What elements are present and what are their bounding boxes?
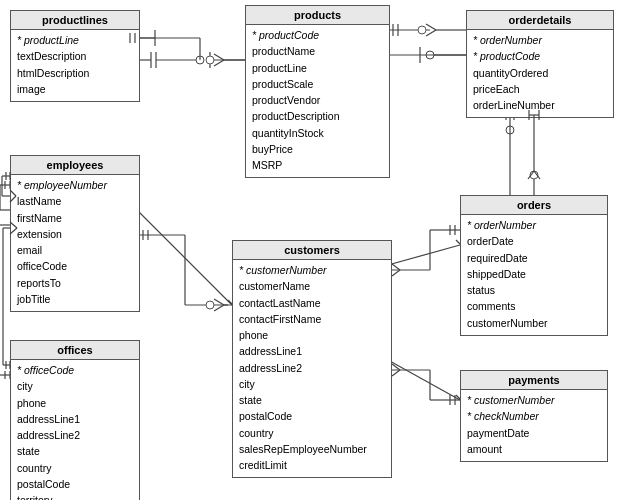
svg-line-95 xyxy=(392,370,400,376)
svg-line-102 xyxy=(534,171,540,179)
field-offices-state: state xyxy=(17,443,133,459)
field-customers-creditLimit: creditLimit xyxy=(239,457,385,473)
field-employees-email: email xyxy=(17,242,133,258)
svg-line-79 xyxy=(214,299,224,305)
field-productlines-htmlDescription: htmlDescription xyxy=(17,65,133,81)
entity-orderdetails: orderdetails orderNumber productCode qua… xyxy=(466,10,614,118)
svg-line-101 xyxy=(528,171,534,179)
field-productlines-image: image xyxy=(17,81,133,97)
entity-orderdetails-header: orderdetails xyxy=(467,11,613,30)
field-products-productCode: productCode xyxy=(252,27,383,43)
field-offices-city: city xyxy=(17,378,133,394)
svg-point-43 xyxy=(506,126,514,134)
field-products-productLine: productLine xyxy=(252,60,383,76)
field-products-productDescription: productDescription xyxy=(252,108,383,124)
field-customers-postalCode: postalCode xyxy=(239,408,385,424)
entity-customers: customers customerNumber customerName co… xyxy=(232,240,392,478)
svg-line-94 xyxy=(392,364,400,370)
entity-offices: offices officeCode city phone addressLin… xyxy=(10,340,140,500)
entity-productlines: productlines productLine textDescription… xyxy=(10,10,140,102)
field-payments-checkNumber: checkNumber xyxy=(467,408,601,424)
entity-employees: employees employeeNumber lastName firstN… xyxy=(10,155,140,312)
field-products-productScale: productScale xyxy=(252,76,383,92)
field-customers-country: country xyxy=(239,425,385,441)
entity-productlines-body: productLine textDescription htmlDescript… xyxy=(11,30,139,101)
field-offices-phone: phone xyxy=(17,395,133,411)
entity-customers-header: customers xyxy=(233,241,391,260)
entity-payments-body: customerNumber checkNumber paymentDate a… xyxy=(461,390,607,461)
entity-products: products productCode productName product… xyxy=(245,5,390,178)
field-employees-employeeNumber: employeeNumber xyxy=(17,177,133,193)
field-payments-customerNumber: customerNumber xyxy=(467,392,601,408)
entity-offices-body: officeCode city phone addressLine1 addre… xyxy=(11,360,139,500)
svg-line-49 xyxy=(214,54,224,60)
field-orders-requiredDate: requiredDate xyxy=(467,250,601,266)
svg-point-7 xyxy=(196,56,204,64)
field-products-buyPrice: buyPrice xyxy=(252,141,383,157)
field-productlines-productLine: productLine xyxy=(17,32,133,48)
field-orderdetails-productCode: productCode xyxy=(473,48,607,64)
field-customers-addressLine1: addressLine1 xyxy=(239,343,385,359)
entity-offices-header: offices xyxy=(11,341,139,360)
field-employees-firstName: firstName xyxy=(17,210,133,226)
field-orderdetails-priceEach: priceEach xyxy=(473,81,607,97)
entity-employees-header: employees xyxy=(11,156,139,175)
svg-line-50 xyxy=(214,60,224,66)
field-customers-customerName: customerName xyxy=(239,278,385,294)
field-customers-customerNumber: customerNumber xyxy=(239,262,385,278)
entity-products-body: productCode productName productLine prod… xyxy=(246,25,389,177)
entity-employees-body: employeeNumber lastName firstName extens… xyxy=(11,175,139,311)
field-customers-city: city xyxy=(239,376,385,392)
entity-orderdetails-body: orderNumber productCode quantityOrdered … xyxy=(467,30,613,117)
field-offices-addressLine1: addressLine1 xyxy=(17,411,133,427)
svg-point-55 xyxy=(418,26,426,34)
field-employees-reportsTo: reportsTo xyxy=(17,275,133,291)
field-products-productName: productName xyxy=(252,43,383,59)
field-offices-territory: territory xyxy=(17,492,133,500)
svg-point-17 xyxy=(426,51,434,59)
svg-line-57 xyxy=(426,30,436,36)
svg-point-100 xyxy=(530,171,538,179)
field-employees-extension: extension xyxy=(17,226,133,242)
entity-products-header: products xyxy=(246,6,389,25)
field-customers-phone: phone xyxy=(239,327,385,343)
svg-line-88 xyxy=(392,270,400,276)
field-customers-salesRepEmployeeNumber: salesRepEmployeeNumber xyxy=(239,441,385,457)
svg-line-87 xyxy=(392,264,400,270)
field-productlines-textDescription: textDescription xyxy=(17,48,133,64)
field-products-quantityInStock: quantityInStock xyxy=(252,125,383,141)
erd-diagram: productlines productLine textDescription… xyxy=(0,0,626,500)
svg-point-78 xyxy=(206,301,214,309)
field-offices-country: country xyxy=(17,460,133,476)
entity-orders-body: orderNumber orderDate requiredDate shipp… xyxy=(461,215,607,335)
entity-payments: payments customerNumber checkNumber paym… xyxy=(460,370,608,462)
field-customers-addressLine2: addressLine2 xyxy=(239,360,385,376)
field-offices-postalCode: postalCode xyxy=(17,476,133,492)
field-products-MSRP: MSRP xyxy=(252,157,383,173)
entity-orders-header: orders xyxy=(461,196,607,215)
field-payments-paymentDate: paymentDate xyxy=(467,425,601,441)
svg-line-56 xyxy=(426,24,436,30)
field-orderdetails-orderLineNumber: orderLineNumber xyxy=(473,97,607,113)
field-orders-comments: comments xyxy=(467,298,601,314)
field-orderdetails-orderNumber: orderNumber xyxy=(473,32,607,48)
field-orderdetails-quantityOrdered: quantityOrdered xyxy=(473,65,607,81)
field-customers-contactLastName: contactLastName xyxy=(239,295,385,311)
entity-customers-body: customerNumber customerName contactLastN… xyxy=(233,260,391,477)
field-employees-officeCode: officeCode xyxy=(17,258,133,274)
svg-line-80 xyxy=(214,305,224,311)
field-orders-status: status xyxy=(467,282,601,298)
entity-productlines-header: productlines xyxy=(11,11,139,30)
field-offices-addressLine2: addressLine2 xyxy=(17,427,133,443)
field-orders-orderNumber: orderNumber xyxy=(467,217,601,233)
field-customers-state: state xyxy=(239,392,385,408)
field-payments-amount: amount xyxy=(467,441,601,457)
field-employees-lastName: lastName xyxy=(17,193,133,209)
entity-orders: orders orderNumber orderDate requiredDat… xyxy=(460,195,608,336)
field-customers-contactFirstName: contactFirstName xyxy=(239,311,385,327)
field-offices-officeCode: officeCode xyxy=(17,362,133,378)
field-products-productVendor: productVendor xyxy=(252,92,383,108)
field-orders-shippedDate: shippedDate xyxy=(467,266,601,282)
field-orders-orderDate: orderDate xyxy=(467,233,601,249)
field-orders-customerNumber: customerNumber xyxy=(467,315,601,331)
